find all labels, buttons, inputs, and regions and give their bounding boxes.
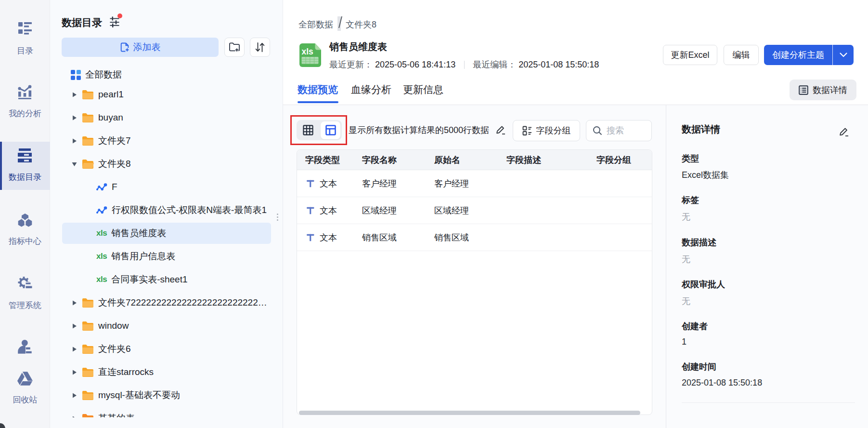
svg-text:xls: xls xyxy=(302,47,314,56)
